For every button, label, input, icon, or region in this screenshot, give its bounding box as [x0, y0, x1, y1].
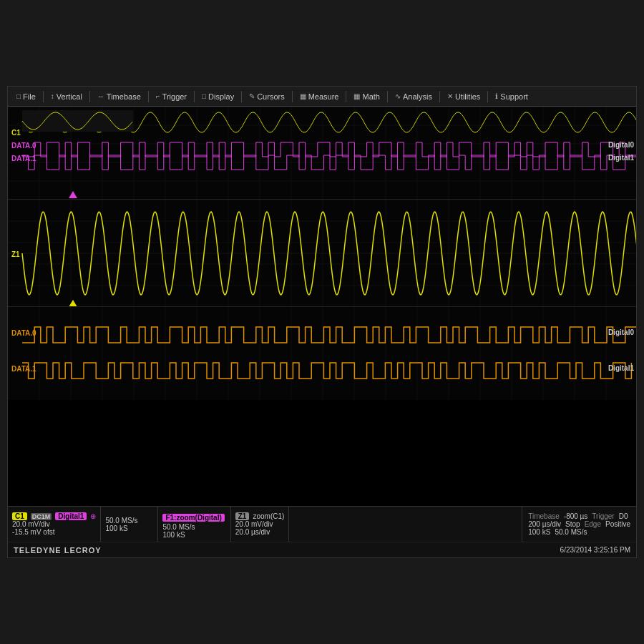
datetime: 6/23/2014 3:25:16 PM — [560, 546, 630, 554]
time-per-div: 200 µs/div — [528, 520, 561, 528]
menu-separator — [487, 91, 488, 102]
menu-separator — [43, 91, 44, 102]
ftzoom-mem: 100 kS — [162, 531, 225, 539]
menu-separator — [148, 91, 149, 102]
panel-bottom: DATA.0 DATA.1 Digital0 Digital1 — [8, 307, 636, 400]
timebase-key: Timebase — [528, 512, 560, 520]
measure-icon: ▦ — [300, 92, 306, 100]
right-status: Timebase -800 µs Trigger D0 200 µs/div S… — [522, 507, 636, 542]
digital1-badge: Digital1 — [55, 512, 87, 520]
menu-separator — [292, 91, 293, 102]
menu-vertical[interactable]: ↕ Vertical — [45, 91, 88, 102]
z1-div: 20.0 mV/div — [235, 520, 285, 528]
ftzoom-srate: 50.0 MS/s — [162, 523, 225, 531]
positive-val: Positive — [605, 520, 630, 528]
menu-trigger[interactable]: ⌐ Trigger — [150, 91, 192, 102]
brand-name: TELEDYNE LECROY — [14, 546, 102, 555]
waveform-middle-canvas[interactable] — [8, 200, 636, 307]
c1-label: C1 — [9, 128, 23, 137]
waveform-bottom-canvas[interactable] — [8, 307, 636, 400]
trigger-val: D0 — [619, 512, 628, 520]
trigger-key: Trigger — [592, 512, 614, 520]
menu-separator — [439, 91, 440, 102]
brandbar: TELEDYNE LECROY 6/23/2014 3:25:16 PM — [8, 542, 636, 557]
z1-badge: Z1 — [235, 512, 250, 520]
edge-key: Edge — [585, 520, 601, 528]
digital1-bot-right-label: Digital1 — [608, 364, 634, 372]
z1-label: Z1 — [9, 250, 22, 259]
data0-bot-label: DATA.0 — [9, 328, 39, 338]
dc1m-badge: DC1M — [31, 513, 52, 520]
math-icon: ▦ — [353, 92, 360, 100]
menu-separator — [241, 91, 242, 102]
menu-file[interactable]: □ File — [11, 91, 42, 102]
menu-display[interactable]: □ Display — [196, 91, 240, 102]
panel-top: C1 DATA.0 DATA.1 Digital0 Digital1 — [8, 107, 636, 200]
ch1-status: C1 DC1M Digital1 ⊕ 20.0 mV/div -15.5 mV … — [8, 507, 101, 542]
menu-separator — [89, 91, 90, 102]
menu-math[interactable]: ▦ Math — [348, 91, 385, 102]
timebase-icon: ↔ — [97, 92, 104, 100]
z1-status: Z1 zoom(C1) 20.0 mV/div 20.0 µs/div — [231, 507, 290, 542]
data0-top-label: DATA.0 — [9, 141, 39, 150]
data1-top-label: DATA.1 — [9, 154, 39, 163]
file-icon: □ — [16, 92, 21, 100]
trigger-arrow-pink — [69, 191, 77, 198]
stop-label: Stop — [565, 520, 580, 528]
timebase-val: -800 µs — [564, 512, 588, 520]
display-icon: □ — [202, 92, 206, 100]
menu-support[interactable]: ℹ Support — [489, 91, 534, 102]
ftzoom-badge: F1:zoom(Digital) — [162, 514, 224, 522]
z1-zoom-label: zoom(C1) — [253, 512, 284, 520]
c1-badge: C1 — [12, 512, 27, 520]
ch1-srate: 50.0 MS/s — [105, 517, 153, 525]
menu-utilities[interactable]: ✕ Utilities — [441, 91, 486, 102]
ch1-sample-status: 50.0 MS/s 100 kS — [101, 507, 158, 542]
analysis-icon: ∿ — [395, 92, 401, 100]
support-icon: ℹ — [495, 92, 498, 100]
ch1-mem: 100 kS — [105, 525, 153, 532]
menu-separator — [346, 91, 346, 102]
menu-analysis[interactable]: ∿ Analysis — [389, 91, 438, 102]
statusbar: C1 DC1M Digital1 ⊕ 20.0 mV/div -15.5 mV … — [8, 506, 636, 542]
digital0-bot-right-label: Digital0 — [608, 328, 634, 336]
menu-cursors[interactable]: ✎ Cursors — [243, 91, 291, 102]
ftzoom-status: F1:zoom(Digital) 50.0 MS/s 100 kS — [158, 507, 230, 542]
menu-separator — [387, 91, 388, 102]
utilities-icon: ✕ — [447, 92, 453, 100]
digital1-right-label: Digital1 — [608, 154, 634, 162]
menubar: □ File ↕ Vertical ↔ Timebase ⌐ Trigger □… — [8, 87, 636, 107]
srate-right: 50.0 MS/s — [555, 528, 587, 536]
memory-label: 100 kS — [528, 528, 550, 536]
ch1-offset: -15.5 mV ofst — [12, 528, 96, 536]
waveform-container: C1 DATA.0 DATA.1 Digital0 Digital1 Z1 DA… — [8, 107, 636, 506]
timebase-status: Timebase -800 µs Trigger D0 200 µs/div S… — [522, 507, 636, 542]
data1-bot-label: DATA.1 — [9, 364, 39, 374]
trigger-icon: ⌐ — [156, 92, 160, 100]
vertical-icon: ↕ — [51, 92, 54, 100]
panel-middle: Z1 — [8, 200, 636, 307]
trigger-arrow-yellow — [69, 300, 77, 307]
digital0-right-label: Digital0 — [608, 141, 634, 149]
cursors-icon: ✎ — [249, 92, 255, 100]
menu-separator — [194, 91, 195, 102]
menu-measure[interactable]: ▦ Measure — [294, 91, 345, 102]
waveform-top-canvas[interactable] — [8, 107, 636, 200]
menu-timebase[interactable]: ↔ Timebase — [92, 91, 147, 102]
ch1-div: 20.0 mV/div — [12, 520, 96, 528]
z1-time-div: 20.0 µs/div — [235, 528, 285, 536]
